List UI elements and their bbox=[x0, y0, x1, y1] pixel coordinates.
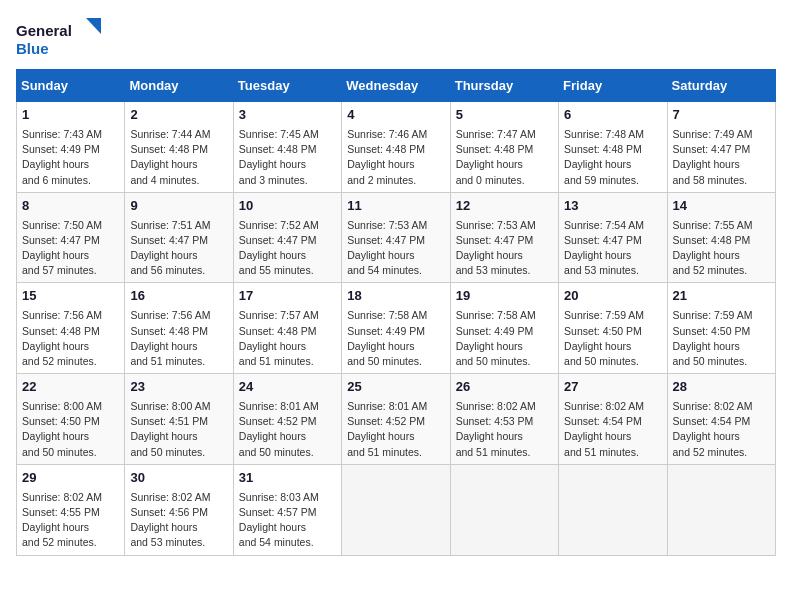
day-number: 5 bbox=[456, 106, 553, 125]
calendar-cell: 30Sunrise: 8:02 AMSunset: 4:56 PMDayligh… bbox=[125, 464, 233, 555]
calendar-cell: 5Sunrise: 7:47 AMSunset: 4:48 PMDaylight… bbox=[450, 102, 558, 193]
day-number: 19 bbox=[456, 287, 553, 306]
day-number: 14 bbox=[673, 197, 770, 216]
day-number: 30 bbox=[130, 469, 227, 488]
calendar-cell: 28Sunrise: 8:02 AMSunset: 4:54 PMDayligh… bbox=[667, 374, 775, 465]
day-number: 20 bbox=[564, 287, 661, 306]
calendar-cell bbox=[450, 464, 558, 555]
day-number: 15 bbox=[22, 287, 119, 306]
day-number: 26 bbox=[456, 378, 553, 397]
calendar-cell: 12Sunrise: 7:53 AMSunset: 4:47 PMDayligh… bbox=[450, 192, 558, 283]
day-number: 28 bbox=[673, 378, 770, 397]
day-number: 17 bbox=[239, 287, 336, 306]
calendar-cell: 1Sunrise: 7:43 AMSunset: 4:49 PMDaylight… bbox=[17, 102, 125, 193]
calendar-cell bbox=[559, 464, 667, 555]
calendar-cell: 6Sunrise: 7:48 AMSunset: 4:48 PMDaylight… bbox=[559, 102, 667, 193]
weekday-header-tuesday: Tuesday bbox=[233, 70, 341, 102]
calendar-cell: 9Sunrise: 7:51 AMSunset: 4:47 PMDaylight… bbox=[125, 192, 233, 283]
calendar-cell: 11Sunrise: 7:53 AMSunset: 4:47 PMDayligh… bbox=[342, 192, 450, 283]
calendar-cell: 15Sunrise: 7:56 AMSunset: 4:48 PMDayligh… bbox=[17, 283, 125, 374]
weekday-header-thursday: Thursday bbox=[450, 70, 558, 102]
day-number: 1 bbox=[22, 106, 119, 125]
calendar-week-5: 29Sunrise: 8:02 AMSunset: 4:55 PMDayligh… bbox=[17, 464, 776, 555]
calendar-cell: 25Sunrise: 8:01 AMSunset: 4:52 PMDayligh… bbox=[342, 374, 450, 465]
weekday-header-friday: Friday bbox=[559, 70, 667, 102]
svg-text:General: General bbox=[16, 22, 72, 39]
calendar-cell bbox=[342, 464, 450, 555]
weekday-header-sunday: Sunday bbox=[17, 70, 125, 102]
day-number: 11 bbox=[347, 197, 444, 216]
calendar-cell: 18Sunrise: 7:58 AMSunset: 4:49 PMDayligh… bbox=[342, 283, 450, 374]
calendar-cell: 22Sunrise: 8:00 AMSunset: 4:50 PMDayligh… bbox=[17, 374, 125, 465]
day-number: 25 bbox=[347, 378, 444, 397]
day-number: 16 bbox=[130, 287, 227, 306]
day-number: 29 bbox=[22, 469, 119, 488]
day-number: 27 bbox=[564, 378, 661, 397]
day-number: 3 bbox=[239, 106, 336, 125]
calendar-cell: 23Sunrise: 8:00 AMSunset: 4:51 PMDayligh… bbox=[125, 374, 233, 465]
day-number: 12 bbox=[456, 197, 553, 216]
logo: General Blue bbox=[16, 16, 106, 61]
day-number: 31 bbox=[239, 469, 336, 488]
calendar-cell: 24Sunrise: 8:01 AMSunset: 4:52 PMDayligh… bbox=[233, 374, 341, 465]
day-number: 2 bbox=[130, 106, 227, 125]
calendar-cell: 29Sunrise: 8:02 AMSunset: 4:55 PMDayligh… bbox=[17, 464, 125, 555]
calendar-cell: 17Sunrise: 7:57 AMSunset: 4:48 PMDayligh… bbox=[233, 283, 341, 374]
svg-marker-2 bbox=[86, 18, 101, 34]
day-number: 8 bbox=[22, 197, 119, 216]
calendar-week-1: 1Sunrise: 7:43 AMSunset: 4:49 PMDaylight… bbox=[17, 102, 776, 193]
page-header: General Blue bbox=[16, 16, 776, 61]
calendar-cell bbox=[667, 464, 775, 555]
calendar-week-4: 22Sunrise: 8:00 AMSunset: 4:50 PMDayligh… bbox=[17, 374, 776, 465]
day-number: 7 bbox=[673, 106, 770, 125]
calendar-cell: 3Sunrise: 7:45 AMSunset: 4:48 PMDaylight… bbox=[233, 102, 341, 193]
calendar-cell: 26Sunrise: 8:02 AMSunset: 4:53 PMDayligh… bbox=[450, 374, 558, 465]
day-number: 6 bbox=[564, 106, 661, 125]
day-number: 9 bbox=[130, 197, 227, 216]
calendar-cell: 4Sunrise: 7:46 AMSunset: 4:48 PMDaylight… bbox=[342, 102, 450, 193]
day-number: 24 bbox=[239, 378, 336, 397]
calendar-cell: 27Sunrise: 8:02 AMSunset: 4:54 PMDayligh… bbox=[559, 374, 667, 465]
calendar-week-3: 15Sunrise: 7:56 AMSunset: 4:48 PMDayligh… bbox=[17, 283, 776, 374]
calendar-cell: 7Sunrise: 7:49 AMSunset: 4:47 PMDaylight… bbox=[667, 102, 775, 193]
calendar-cell: 21Sunrise: 7:59 AMSunset: 4:50 PMDayligh… bbox=[667, 283, 775, 374]
weekday-header-saturday: Saturday bbox=[667, 70, 775, 102]
day-number: 22 bbox=[22, 378, 119, 397]
calendar-cell: 13Sunrise: 7:54 AMSunset: 4:47 PMDayligh… bbox=[559, 192, 667, 283]
calendar-cell: 8Sunrise: 7:50 AMSunset: 4:47 PMDaylight… bbox=[17, 192, 125, 283]
day-number: 10 bbox=[239, 197, 336, 216]
calendar-cell: 31Sunrise: 8:03 AMSunset: 4:57 PMDayligh… bbox=[233, 464, 341, 555]
day-number: 23 bbox=[130, 378, 227, 397]
calendar-cell: 19Sunrise: 7:58 AMSunset: 4:49 PMDayligh… bbox=[450, 283, 558, 374]
calendar-cell: 14Sunrise: 7:55 AMSunset: 4:48 PMDayligh… bbox=[667, 192, 775, 283]
calendar-cell: 20Sunrise: 7:59 AMSunset: 4:50 PMDayligh… bbox=[559, 283, 667, 374]
weekday-header-monday: Monday bbox=[125, 70, 233, 102]
day-number: 4 bbox=[347, 106, 444, 125]
calendar-cell: 2Sunrise: 7:44 AMSunset: 4:48 PMDaylight… bbox=[125, 102, 233, 193]
day-number: 21 bbox=[673, 287, 770, 306]
day-number: 13 bbox=[564, 197, 661, 216]
day-number: 18 bbox=[347, 287, 444, 306]
calendar-week-2: 8Sunrise: 7:50 AMSunset: 4:47 PMDaylight… bbox=[17, 192, 776, 283]
svg-text:Blue: Blue bbox=[16, 40, 49, 57]
logo-svg: General Blue bbox=[16, 16, 106, 61]
calendar-cell: 10Sunrise: 7:52 AMSunset: 4:47 PMDayligh… bbox=[233, 192, 341, 283]
calendar-cell: 16Sunrise: 7:56 AMSunset: 4:48 PMDayligh… bbox=[125, 283, 233, 374]
calendar-table: SundayMondayTuesdayWednesdayThursdayFrid… bbox=[16, 69, 776, 556]
weekday-header-wednesday: Wednesday bbox=[342, 70, 450, 102]
